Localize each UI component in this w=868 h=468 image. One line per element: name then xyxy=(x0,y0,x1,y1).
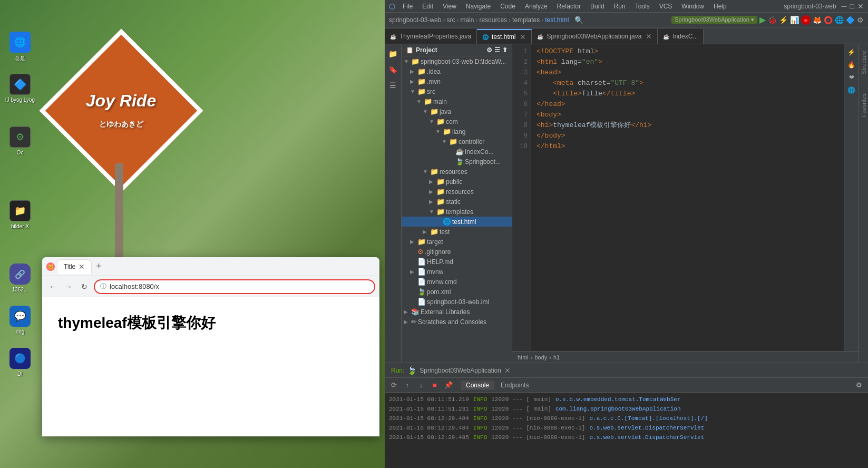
pin-button[interactable]: 📌 xyxy=(443,379,454,391)
tree-gitignore[interactable]: ▶ ⚙ .gitignore xyxy=(402,247,512,257)
tree-scratches-consoles[interactable]: ▶ ✏ Scratches and Consoles xyxy=(402,317,512,327)
menu-window[interactable]: Window xyxy=(677,2,708,11)
tree-target[interactable]: ▶ 📁 target xyxy=(402,237,512,247)
settings-button[interactable]: ⚙ xyxy=(853,379,865,391)
tree-root[interactable]: ▼ 📁 springboot-03-web D:\IdeaW... xyxy=(402,56,512,66)
menu-analyze[interactable]: Analyze xyxy=(521,2,552,11)
back-button[interactable]: ← xyxy=(46,280,59,293)
desktop-icon[interactable]: 💬 ring xyxy=(4,306,36,335)
menu-run[interactable]: Run xyxy=(610,2,630,11)
profile-button[interactable]: 📊 xyxy=(790,16,799,24)
coverage-button[interactable]: ⚡ xyxy=(779,16,788,24)
tab-close-icon[interactable]: ✕ xyxy=(646,32,652,41)
tree-src[interactable]: ▼ 📁 src xyxy=(402,86,512,96)
menu-navigate[interactable]: Navigate xyxy=(462,2,495,11)
menu-vcs[interactable]: VCS xyxy=(655,2,677,11)
breadcrumb-file[interactable]: test.html xyxy=(545,16,569,24)
menu-edit[interactable]: Edit xyxy=(418,2,437,11)
settings-icon[interactable]: ⚙ xyxy=(857,16,864,24)
refresh-button[interactable]: ↻ xyxy=(78,280,91,293)
tree-iml[interactable]: ▶ 📄 springboot-03-web.iml xyxy=(402,297,512,307)
breadcrumb-search-icon[interactable]: 🔍 xyxy=(574,16,583,24)
tree-main[interactable]: ▼ 📁 main xyxy=(402,96,512,106)
desktop-icon[interactable]: 🔗 1362... xyxy=(4,264,36,292)
breadcrumb-src[interactable]: src xyxy=(446,16,455,24)
tab-close-button[interactable]: ✕ xyxy=(79,262,85,271)
right-icon-2[interactable]: 🔥 xyxy=(846,59,857,71)
tree-com[interactable]: ▼ 📁 com xyxy=(402,116,512,126)
right-icon-1[interactable]: ⚡ xyxy=(846,46,857,58)
menu-tools[interactable]: Tools xyxy=(631,2,654,11)
endpoints-tab[interactable]: Endpoints xyxy=(495,381,534,390)
tab-springboot-app[interactable]: ☕ Springboot03WebApplication.java ✕ xyxy=(532,29,658,44)
tree-indexco[interactable]: ▶ ☕ IndexCo... xyxy=(402,147,512,157)
firefox-icon[interactable]: 🦊 xyxy=(813,16,822,24)
structure-label[interactable]: Structure xyxy=(860,46,868,79)
tree-mvnw[interactable]: ▶ 📄 mvnw xyxy=(402,267,512,277)
tree-idea[interactable]: ▶ 📁 .idea xyxy=(402,66,512,76)
tree-public[interactable]: ▶ 📁 public xyxy=(402,177,512,187)
scroll-down-button[interactable]: ↓ xyxy=(415,379,427,391)
breadcrumb-resources[interactable]: resources xyxy=(479,16,507,24)
tab-index-controller[interactable]: ☕ IndexC... xyxy=(658,29,704,44)
breadcrumb-main[interactable]: main xyxy=(460,16,474,24)
tree-resources2[interactable]: ▶ 📁 resources xyxy=(402,187,512,197)
tree-help-md[interactable]: ▶ 📄 HELP.md xyxy=(402,257,512,267)
sidebar-structure-icon[interactable]: ☰ xyxy=(386,78,401,93)
debug-button[interactable]: 🐞 xyxy=(768,16,777,24)
right-icon-3[interactable]: ❤ xyxy=(846,72,857,83)
address-bar[interactable]: ⓘ localhost:8080/x xyxy=(94,279,375,294)
tab-thymeleaf-properties[interactable]: ☕ ThymeleafProperties.java xyxy=(385,29,477,44)
tree-mvnw-cmd[interactable]: ▶ 📄 mvnw.cmd xyxy=(402,277,512,287)
tree-liang[interactable]: ▼ 📁 liang xyxy=(402,126,512,136)
browser-tab[interactable]: Title ✕ xyxy=(57,259,92,274)
chrome-icon[interactable]: ● xyxy=(801,15,811,25)
browser3-icon[interactable]: 🌐 xyxy=(835,16,844,24)
tree-controller[interactable]: ▼ 📁 controller xyxy=(402,136,512,147)
menu-build[interactable]: Build xyxy=(586,2,609,11)
restart-button[interactable]: ⟳ xyxy=(388,379,399,391)
stop-button[interactable]: ■ xyxy=(429,379,441,391)
breadcrumb-templates[interactable]: templates xyxy=(512,16,540,24)
favorites-label[interactable]: Favorites xyxy=(860,89,868,121)
sidebar-bookmarks-icon[interactable]: 🔖 xyxy=(386,62,401,77)
run-config-selector[interactable]: Springboot03WebApplication ▾ xyxy=(671,16,757,24)
minimize-button[interactable]: ─ xyxy=(842,2,847,11)
tree-external-libraries[interactable]: ▶ 📚 External Libraries xyxy=(402,307,512,317)
opera-icon[interactable]: ⭕ xyxy=(824,16,833,24)
menu-code[interactable]: Code xyxy=(496,2,520,11)
scroll-up-button[interactable]: ↑ xyxy=(402,379,413,391)
tree-pom-xml[interactable]: ▶ 🍃 pom.xml xyxy=(402,287,512,297)
close-button[interactable]: ✕ xyxy=(857,2,864,11)
tree-layout-icon[interactable]: ☰ xyxy=(494,46,500,54)
desktop-icon[interactable]: ⚙ Oc xyxy=(4,126,36,155)
menu-view[interactable]: View xyxy=(438,2,461,11)
desktop-icon[interactable]: 📁 bilder X xyxy=(4,200,36,229)
console-output[interactable]: 2021-01-15 08:11:51.219 INFO 12020 --- [… xyxy=(385,393,868,468)
tree-templates[interactable]: ▼ 📁 templates xyxy=(402,207,512,217)
breadcrumb-project[interactable]: springboot-03-web xyxy=(389,16,441,24)
tree-expand-icon[interactable]: ⬆ xyxy=(502,46,508,54)
tree-mvn[interactable]: ▶ 📁 .mvn xyxy=(402,76,512,86)
console-tab[interactable]: Console xyxy=(461,381,494,390)
menu-file[interactable]: File xyxy=(398,2,417,11)
desktop-icon[interactable]: 🔵 DI xyxy=(4,348,36,377)
menu-help[interactable]: Help xyxy=(709,2,731,11)
menu-refactor[interactable]: Refactor xyxy=(553,2,585,11)
tab-test-html[interactable]: 🌐 test.html ✕ xyxy=(477,29,532,44)
tab-close-icon[interactable]: ✕ xyxy=(520,33,526,41)
forward-button[interactable]: → xyxy=(62,280,75,293)
run-close-button[interactable]: ✕ xyxy=(504,366,511,375)
desktop-icon[interactable]: 🔷 IJ byog Lyog xyxy=(4,74,36,103)
tree-springboot-app[interactable]: ▶ 🍃 Springboot... xyxy=(402,157,512,167)
right-icon-4[interactable]: 🌐 xyxy=(846,84,857,96)
desktop-icon[interactable]: 🌐 总是 xyxy=(4,32,36,62)
tree-test-html[interactable]: ▶ 🌐 test.html xyxy=(402,217,512,227)
editor-code-area[interactable]: <!DOCTYPE html> <html lang="en"> <head> … xyxy=(531,44,844,351)
sidebar-project-icon[interactable]: 📁 xyxy=(386,46,401,61)
edge-icon[interactable]: 🔷 xyxy=(846,16,855,24)
tree-java[interactable]: ▼ 📁 java xyxy=(402,106,512,116)
tree-settings-icon[interactable]: ⚙ xyxy=(486,46,492,54)
tree-test[interactable]: ▶ 📁 test xyxy=(402,227,512,237)
maximize-button[interactable]: □ xyxy=(850,2,854,11)
